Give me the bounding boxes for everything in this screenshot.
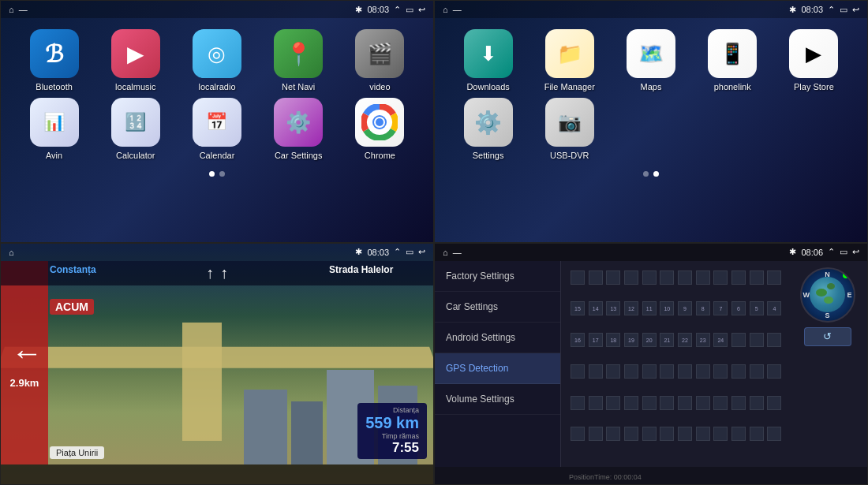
gps-cell-4-4	[642, 396, 657, 410]
nav-dist-label: 2.9km	[10, 377, 39, 389]
signal-icon-tr: ⌃	[828, 5, 835, 15]
app-label-netnavi: Net Navi	[282, 82, 315, 91]
gps-cell-3-10	[750, 364, 764, 379]
home-icon-nav[interactable]: ⌂	[9, 248, 14, 257]
home-icon-tl[interactable]: ⌂	[9, 5, 14, 14]
back-icon-tr[interactable]: ↩	[852, 5, 859, 15]
bluetooth-icon-tl: ✱	[355, 5, 362, 15]
app-label-downloads: Downloads	[466, 82, 509, 91]
gps-cell-2-3: 19	[624, 333, 638, 347]
settings-item-volume[interactable]: Volume Settings	[435, 384, 560, 415]
dot-1-tr[interactable]	[643, 171, 649, 177]
nav-distanta-label: Distanța	[365, 406, 419, 414]
status-bar-tl: ⌂ — ✱ 08:03 ⌃ ▭ ↩	[1, 1, 433, 18]
app-downloads[interactable]: ⬇ Downloads	[451, 29, 526, 91]
nav-up-arrow-1: ↑	[206, 264, 214, 282]
time-tl: 08:03	[367, 5, 389, 14]
gps-cell-1-3: 12	[624, 301, 638, 315]
status-bar-tr: ⌂ — ✱ 08:03 ⌃ ▭ ↩	[435, 1, 867, 18]
settings-item-factory[interactable]: Factory Settings	[435, 261, 560, 292]
dot-2-tr[interactable]	[653, 171, 659, 177]
dot-1-tl[interactable]	[209, 171, 215, 177]
settings-item-gps[interactable]: GPS Detection	[435, 353, 560, 384]
app-label-phonelink: phonelink	[714, 82, 751, 91]
settings-item-car[interactable]: Car Settings	[435, 292, 560, 323]
gps-cell-1-6: 9	[678, 301, 692, 315]
gps-cell-5-7	[696, 427, 710, 441]
app-maps[interactable]: 🗺️ Maps	[613, 29, 688, 91]
settings-right-content: // Generate grid cells dynamically const…	[561, 261, 867, 468]
gps-satellite-grid: // Generate grid cells dynamically const…	[567, 267, 788, 461]
app-calculator[interactable]: 🔢 Calculator	[98, 98, 173, 160]
gps-cell-3-11	[767, 364, 781, 379]
gps-cell-0-8	[713, 270, 728, 285]
gps-cell-1-4: 11	[642, 301, 657, 315]
app-netnavi[interactable]: 📍 Net Navi	[261, 29, 336, 91]
nav-header-bar: Constanța ↑ ↑ Strada Halelor	[1, 261, 433, 285]
gps-cell-3-7	[696, 364, 710, 379]
app-grid-tl: ℬ Bluetooth ▶ localmusic ◎ localradio	[1, 18, 433, 166]
gps-cell-3-6	[678, 364, 692, 379]
app-localmusic[interactable]: ▶ localmusic	[98, 29, 173, 91]
status-left-tr: ⌂ —	[443, 5, 462, 14]
home-icon-tr[interactable]: ⌂	[443, 5, 448, 14]
gps-cell-1-2: 13	[606, 301, 620, 315]
compass-globe	[810, 277, 845, 312]
screen-nav: ▭	[406, 247, 413, 257]
home-icon-set[interactable]: ⌂	[443, 248, 448, 257]
app-label-localmusic: localmusic	[115, 82, 155, 91]
app-localradio[interactable]: ◎ localradio	[179, 29, 254, 91]
nav-up-arrow-2: ↑	[220, 264, 228, 282]
minimize-icon-set[interactable]: —	[453, 248, 462, 257]
pos-time-label: PositionTime: 00:00:04	[569, 473, 642, 481]
app-filemanager[interactable]: 📁 File Manager	[532, 29, 607, 91]
app-playstore[interactable]: ▶ Play Store	[776, 29, 851, 91]
minimize-icon-tl[interactable]: —	[19, 5, 28, 14]
app-label-carsettings: Car Settings	[275, 151, 323, 160]
back-nav[interactable]: ↩	[418, 247, 425, 257]
gps-cell-1-11: 4	[767, 301, 781, 315]
gps-cell-2-5: 21	[660, 333, 674, 347]
nav-left-arrow: ↑	[7, 346, 43, 362]
dot-2-tl[interactable]	[219, 171, 225, 177]
gps-cell-3-5	[660, 364, 674, 379]
app-label-settings2: Settings	[473, 151, 504, 160]
gps-cell-0-5	[660, 270, 674, 285]
gps-cell-5-0	[571, 427, 585, 441]
gps-cell-0-2	[606, 270, 620, 285]
app-carsettings[interactable]: ⚙️ Car Settings	[261, 98, 336, 160]
back-icon-tl[interactable]: ↩	[418, 5, 425, 15]
settings-menu: Factory Settings Car Settings Android Se…	[435, 261, 561, 468]
calendar-app-icon: 📅	[193, 98, 241, 147]
gps-cell-0-4	[642, 270, 657, 285]
back-set[interactable]: ↩	[852, 247, 859, 257]
app-avin[interactable]: 📊 Avin	[17, 98, 92, 160]
gps-cell-2-1: 17	[589, 333, 603, 347]
settings-item-android[interactable]: Android Settings	[435, 323, 560, 353]
gps-cell-3-3	[624, 364, 638, 379]
app-grid-tr: ⬇ Downloads 📁 File Manager 🗺️ Maps	[435, 18, 867, 166]
app-video[interactable]: 🎬 video	[342, 29, 417, 91]
status-bar-settings: ⌂ — ✱ 08:06 ⌃ ▭ ↩	[435, 244, 867, 261]
app-chrome[interactable]: Chrome	[342, 98, 417, 160]
gps-cell-4-1	[589, 396, 603, 410]
signal-icon-tl: ⌃	[394, 5, 401, 15]
app-usbdvr[interactable]: 📷 USB-DVR	[532, 98, 607, 160]
gps-cell-1-0: 15	[571, 301, 585, 315]
gps-cell-4-11	[767, 396, 781, 410]
app-bluetooth[interactable]: ℬ Bluetooth	[17, 29, 92, 91]
app-label-bluetooth: Bluetooth	[36, 82, 72, 91]
nav-street: Strada Halelor	[289, 264, 433, 282]
localradio-app-icon: ◎	[193, 29, 241, 78]
app-calendar[interactable]: 📅 Calendar	[179, 98, 254, 160]
localmusic-app-icon: ▶	[111, 29, 160, 78]
nav-piata-label: Piața Unirii	[50, 446, 104, 459]
status-bar-nav: ⌂ ✱ 08:03 ⌃ ▭ ↩	[1, 244, 433, 261]
minimize-icon-tr[interactable]: —	[453, 5, 462, 14]
filemanager-app-icon: 📁	[545, 29, 594, 78]
app-settings2[interactable]: ⚙️ Settings	[451, 98, 526, 160]
gps-cell-4-9	[731, 396, 746, 410]
refresh-button[interactable]: ↺	[804, 327, 851, 346]
nav-timp-value: 7:55	[365, 440, 419, 456]
app-phonelink[interactable]: 📱 phonelink	[695, 29, 770, 91]
